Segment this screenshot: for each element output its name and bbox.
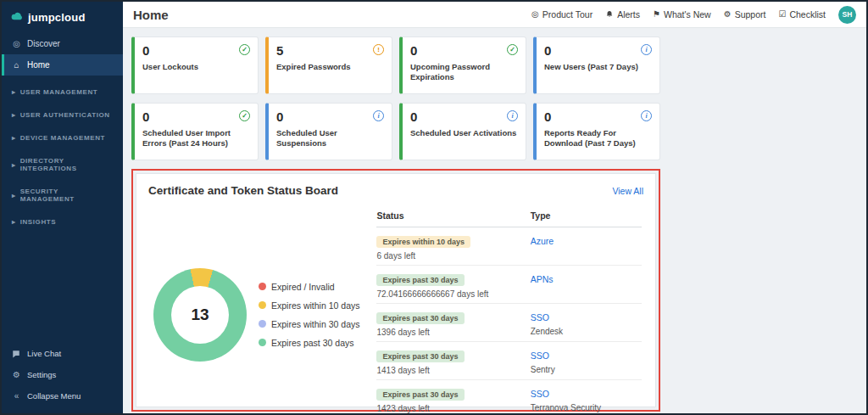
collapse-icon: « [12,391,21,401]
checklist-button[interactable]: ☑ Checklist [778,9,826,20]
main-content: 0 ✓ User Lockouts 5 ! Expired Passwords … [123,28,866,413]
product-tour-button[interactable]: ◎ Product Tour [531,9,593,20]
stat-card-scheduled-import-errors[interactable]: 0 ✓ Scheduled User Import Errors (Past 2… [131,103,259,160]
alerts-button[interactable]: Alerts [605,9,640,20]
stat-value: 0 [544,44,551,57]
chevron-right-icon: ▸ [12,218,16,226]
settings-button[interactable]: ⚙ Settings [2,364,123,385]
legend-label: Expires past 30 days [271,338,353,348]
status-badge: Expires past 30 days [376,312,464,324]
section-label: DEVICE MANAGEMENT [20,134,105,142]
donut-total: 13 [153,268,247,362]
tour-icon: ◎ [531,10,539,19]
legend-label: Expired / Invalid [271,282,335,292]
stat-card-scheduled-user-suspensions[interactable]: 0 i Scheduled User Suspensions [265,103,392,160]
type-link[interactable]: SSO [531,389,549,399]
gear-icon: ⚙ [724,10,732,19]
sidebar-section-directory-integrations[interactable]: ▸ DIRECTORY INTEGRATIONS [2,149,123,180]
days-left: 1423 days left [376,404,530,413]
table-row: Expires within 10 days 6 days left Azure [376,227,642,266]
sidebar-section-insights[interactable]: ▸ INSIGHTS [2,210,123,233]
type-link[interactable]: APNs [531,274,554,284]
live-chat-button[interactable]: Live Chat [2,343,123,364]
chevron-right-icon: ▸ [12,111,16,119]
legend-dot-blue [259,320,266,328]
days-left: 1396 days left [376,328,530,337]
whats-new-button[interactable]: ⚑ What's New [653,9,711,20]
logo-text: jumpcloud [28,11,86,24]
action-label: What's New [664,9,711,20]
app-window: jumpcloud ◎ Discover ⌂ Home ▸ USER MANAG… [0,0,868,415]
sidebar-item-discover[interactable]: ◎ Discover [2,33,123,54]
stat-card-reports-ready[interactable]: 0 i Reports Ready For Download (Past 7 D… [533,103,660,160]
type-link[interactable]: SSO [531,312,549,322]
legend-dot-yellow [259,301,266,309]
table-row: Expires past 30 days 72.04166666666667 d… [376,266,642,304]
legend-label: Expires within 30 days [271,319,359,329]
stat-label: Reports Ready For Download (Past 7 Days) [544,128,652,149]
stat-card-scheduled-user-activations[interactable]: 0 i Scheduled User Activations [399,103,526,160]
section-label: DIRECTORY INTEGRATIONS [20,157,113,172]
stat-card-upcoming-password-expirations[interactable]: 0 ✓ Upcoming Password Expirations [399,36,526,94]
sidebar: jumpcloud ◎ Discover ⌂ Home ▸ USER MANAG… [2,2,123,413]
table-row: Expires past 30 days 1423 days left SSO … [376,380,642,413]
annotation-highlight: Certificate and Token Status Board View … [131,169,660,412]
chevron-right-icon: ▸ [12,161,16,169]
sidebar-item-home[interactable]: ⌂ Home [2,54,123,76]
collapse-menu-button[interactable]: « Collapse Menu [2,385,123,407]
type-link[interactable]: SSO [531,351,549,361]
section-label: USER MANAGEMENT [20,88,98,96]
stat-label: Scheduled User Import Errors (Past 24 Ho… [142,128,250,149]
legend-item-past-30: Expires past 30 days [259,338,359,348]
check-circle-icon: ✓ [239,44,250,55]
donut-chart: 13 [153,268,247,362]
stat-card-user-lockouts[interactable]: 0 ✓ User Lockouts [131,36,259,94]
avatar[interactable]: SH [838,6,856,24]
stat-label: User Lockouts [142,62,250,72]
legend-item-within-30: Expires within 30 days [259,319,359,329]
status-badge: Expires past 30 days [376,274,464,286]
stat-value: 0 [410,110,417,123]
info-circle-icon: i [641,110,652,121]
sidebar-section-user-management[interactable]: ▸ USER MANAGEMENT [2,81,123,104]
legend-label: Expires within 10 days [271,300,359,311]
action-label: Support [735,9,766,20]
legend-item-within-10: Expires within 10 days [259,300,359,311]
flag-icon: ⚑ [653,10,660,19]
footer-item-label: Settings [27,370,56,379]
stat-card-new-users[interactable]: 0 i New Users (Past 7 Days) [533,36,660,94]
checklist-icon: ☑ [778,10,786,19]
sidebar-item-label: Discover [27,39,60,48]
sidebar-footer: Live Chat ⚙ Settings « Collapse Menu [2,343,123,413]
legend-dot-red [259,283,266,290]
bell-icon [605,10,614,19]
column-header-type: Type [531,210,642,221]
stat-value: 0 [544,110,551,123]
view-all-link[interactable]: View All [612,186,643,196]
sidebar-section-device-management[interactable]: ▸ DEVICE MANAGEMENT [2,126,123,149]
sidebar-item-label: Home [27,60,50,70]
stat-card-expired-passwords[interactable]: 5 ! Expired Passwords [265,36,392,94]
section-label: SECURITY MANAGEMENT [20,188,113,203]
main-column: Home ◎ Product Tour Alerts ⚑ What's New [123,2,866,413]
chevron-right-icon: ▸ [12,134,16,142]
action-label: Product Tour [542,9,593,20]
table-row: Expires past 30 days 1413 days left SSO … [376,342,642,380]
days-left: 6 days left [376,251,530,261]
jumpcloud-logo[interactable]: jumpcloud [2,2,123,33]
chart-legend: Expired / Invalid Expires within 10 days… [259,282,359,348]
stat-value: 0 [410,44,417,57]
info-circle-icon: i [507,110,518,121]
certificate-table: Status Type Expires within 10 days 6 day… [376,210,642,413]
type-link[interactable]: Azure [531,236,554,246]
type-subtext: Terranova Security [531,403,642,412]
home-icon: ⌂ [12,60,21,70]
sidebar-section-security-management[interactable]: ▸ SECURITY MANAGEMENT [2,180,123,210]
days-left: 1413 days left [376,366,530,375]
support-button[interactable]: ⚙ Support [724,9,766,20]
gear-icon: ⚙ [12,370,21,379]
action-label: Alerts [617,9,640,20]
sidebar-nav: ◎ Discover ⌂ Home ▸ USER MANAGEMENT ▸ US… [2,33,123,233]
stat-value: 0 [276,110,283,123]
sidebar-section-user-authentication[interactable]: ▸ USER AUTHENTICATION [2,104,123,126]
